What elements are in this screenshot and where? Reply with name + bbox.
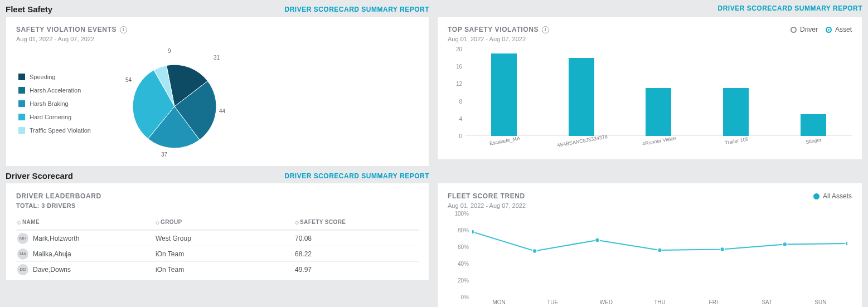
- line-y-tick: 60%: [448, 244, 469, 250]
- fleet-score-trend-title: FLEET SCORE TREND: [448, 192, 525, 200]
- driver-score: 68.22: [295, 250, 419, 258]
- driver-group: iOn Team: [156, 250, 295, 258]
- line-chart[interactable]: 0%20%40%60%80%100% MONTUEWEDTHUFRISATSUN: [448, 211, 852, 307]
- radio-asset[interactable]: Asset: [826, 26, 852, 33]
- sort-icon: ◇: [156, 220, 158, 225]
- driver-scorecard-title: Driver Scorecard: [6, 171, 73, 181]
- line-x-label: TUE: [526, 299, 579, 307]
- fleet-safety-report-link-right[interactable]: DRIVER SCORECARD SUMMARY REPORT: [717, 4, 862, 12]
- legend-item[interactable]: Harsh Braking: [18, 100, 91, 107]
- avatar: MA: [17, 248, 28, 260]
- top-safety-violations-card: TOP SAFETY VIOLATIONS i Aug 01, 2022 - A…: [437, 16, 862, 160]
- bar-y-tick: 20: [448, 46, 462, 52]
- svg-point-6: [845, 241, 847, 246]
- driver-leaderboard-title: DRIVER LEADERBOARD: [16, 192, 101, 200]
- leaderboard-table: ◇ NAME ◇ GROUP ◇ SAFETY SCORE MHMark,Hol…: [16, 215, 419, 277]
- line-y-tick: 0%: [448, 294, 469, 300]
- fleet-safety-title: Fleet Safety: [6, 4, 52, 14]
- driver-group: iOn Team: [156, 266, 295, 274]
- trend-legend-label: All Assets: [823, 192, 852, 200]
- pie-slice-label: 9: [168, 48, 171, 54]
- line-x-label: SUN: [794, 299, 847, 307]
- col-header-group[interactable]: ◇ GROUP: [156, 219, 295, 225]
- driver-name: Mark,Holzworth: [33, 235, 79, 242]
- fleet-score-trend-card: FLEET SCORE TREND Aug 01, 2022 - Aug 07,…: [437, 183, 862, 307]
- dimension-toggle: Driver Asset: [791, 26, 852, 33]
- pie-chart-svg: [108, 48, 264, 159]
- fleet-safety-report-link[interactable]: DRIVER SCORECARD SUMMARY REPORT: [284, 6, 429, 13]
- svg-point-2: [595, 238, 599, 242]
- table-row[interactable]: MAMalika,AhujaiOn Team68.22: [16, 246, 419, 261]
- legend-item[interactable]: Harsh Acceleration: [18, 87, 91, 94]
- table-row[interactable]: DDDave,DownsiOn Team49.97: [16, 261, 419, 277]
- svg-point-1: [532, 249, 537, 254]
- legend-item[interactable]: Traffic Speed Violation: [18, 127, 91, 134]
- fleet-safety-header-right: DRIVER SCORECARD SUMMARY REPORT: [437, 3, 862, 14]
- safety-violation-events-card: SAFETY VIOLATION EVENTS i Aug 01, 2022 -…: [6, 16, 429, 167]
- bar[interactable]: [723, 88, 749, 136]
- line-y-tick: 20%: [448, 277, 469, 284]
- bar[interactable]: [801, 114, 826, 136]
- line-x-label: THU: [633, 299, 686, 307]
- pie-legend: Speeding Harsh Acceleration Harsh Brakin…: [16, 74, 91, 134]
- pie-slice-label: 44: [219, 108, 225, 114]
- bar-y-tick: 8: [448, 98, 462, 104]
- line-x-label: FRI: [687, 299, 740, 307]
- pie-chart[interactable]: 31 44 37 54 9: [108, 48, 264, 159]
- avatar: MH: [17, 233, 28, 244]
- svg-point-4: [720, 247, 725, 252]
- driver-leaderboard-card: DRIVER LEADERBOARD TOTAL: 3 DRIVERS ◇ NA…: [6, 183, 429, 281]
- line-y-tick: 80%: [448, 227, 469, 233]
- driver-score: 49.97: [295, 266, 419, 274]
- table-row[interactable]: MHMark,HolzworthWest Group70.08: [16, 230, 419, 246]
- fleet-safety-header: Fleet Safety DRIVER SCORECARD SUMMARY RE…: [6, 3, 429, 16]
- line-y-tick: 40%: [448, 261, 469, 267]
- line-x-label: WED: [579, 299, 633, 307]
- driver-scorecard-report-link[interactable]: DRIVER SCORECARD SUMMARY REPORT: [284, 172, 429, 180]
- trend-legend: All Assets: [813, 192, 852, 200]
- pie-slice-label: 37: [161, 152, 167, 158]
- sort-icon: ◇: [295, 220, 298, 225]
- radio-driver[interactable]: Driver: [791, 26, 818, 33]
- bar-y-tick: 16: [448, 64, 462, 70]
- info-icon[interactable]: i: [120, 26, 127, 33]
- line-y-tick: 100%: [448, 211, 469, 217]
- bar[interactable]: [491, 53, 517, 136]
- safety-violation-events-title: SAFETY VIOLATION EVENTS i: [16, 26, 127, 33]
- pie-slice-label: 54: [125, 77, 132, 83]
- fleet-score-trend-date: Aug 01, 2022 - Aug 07, 2022: [448, 202, 526, 209]
- bar-chart[interactable]: Escalade_MA4S4BSANC8J33343784Runner Visi…: [448, 47, 852, 153]
- line-x-label: MON: [472, 299, 526, 307]
- top-safety-violations-date: Aug 01, 2022 - Aug 07, 2022: [448, 36, 549, 42]
- safety-violation-events-date: Aug 01, 2022 - Aug 07, 2022: [16, 36, 419, 42]
- svg-point-5: [783, 242, 787, 247]
- bar-y-tick: 0: [448, 133, 462, 139]
- bar-y-tick: 4: [448, 115, 462, 121]
- avatar: DD: [17, 264, 28, 275]
- legend-item[interactable]: Speeding: [18, 74, 91, 80]
- bar-y-tick: 12: [448, 81, 462, 87]
- line-x-label: SAT: [740, 299, 794, 307]
- sort-icon: ◇: [17, 220, 20, 225]
- legend-item[interactable]: Hard Cornering: [18, 114, 91, 120]
- col-header-name[interactable]: ◇ NAME: [16, 219, 156, 225]
- driver-scorecard-header: Driver Scorecard DRIVER SCORECARD SUMMAR…: [6, 170, 429, 183]
- col-header-score[interactable]: ◇ SAFETY SCORE: [295, 219, 419, 225]
- top-safety-violations-title: TOP SAFETY VIOLATIONS i: [448, 26, 549, 33]
- svg-point-0: [472, 230, 474, 234]
- info-icon[interactable]: i: [542, 26, 549, 33]
- bar[interactable]: [646, 88, 671, 136]
- driver-name: Malika,Ahuja: [33, 250, 71, 258]
- driver-group: West Group: [156, 235, 295, 242]
- driver-name: Dave,Downs: [33, 266, 71, 274]
- pie-slice-label: 31: [214, 55, 220, 61]
- driver-score: 70.08: [295, 235, 419, 242]
- svg-point-3: [658, 248, 662, 252]
- bar[interactable]: [569, 58, 594, 136]
- driver-leaderboard-total: TOTAL: 3 DRIVERS: [16, 202, 419, 209]
